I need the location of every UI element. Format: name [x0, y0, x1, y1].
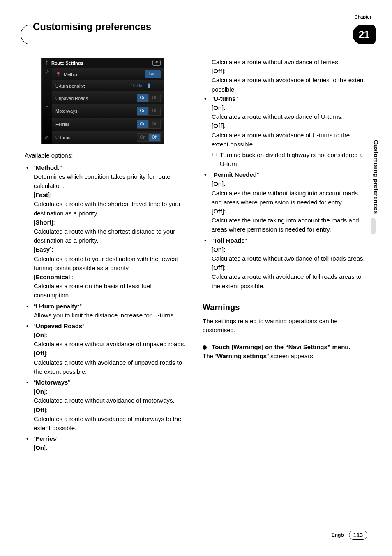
- signal-icon: [45, 60, 49, 66]
- page-title: Customising preferences: [29, 21, 155, 32]
- toggle-ferries[interactable]: On Off: [137, 120, 161, 129]
- opt-permit: “Permit Needed” [On]: Calculates the rou…: [212, 170, 367, 234]
- route-settings-screenshot: Route Settings ↶ − 📍Method: Fast U-turn: [41, 58, 164, 144]
- page-header: Customising preferences Chapter 21: [0, 0, 392, 49]
- opt-method: “Method:” Determines which condition tak…: [34, 163, 189, 300]
- chapter-number-badge: 21: [353, 25, 376, 44]
- screenshot-sidebar: −: [42, 68, 52, 144]
- opt-uturns: “U-turns” [On]: Calculates a route witho…: [212, 94, 367, 169]
- warnings-step: Touch [Warnings] on the “Navi Settings” …: [203, 343, 367, 352]
- row-unpaved[interactable]: Unpaved Roads On Off: [52, 92, 164, 105]
- opt-toll: “Toll Roads” [On]: Calculates a route wi…: [212, 236, 367, 291]
- toggle-motorways[interactable]: On Off: [137, 107, 161, 116]
- screenshot-rows: 📍Method: Fast U-turn penalty: 1000m Unpa…: [52, 68, 164, 144]
- right-options-list: “U-turns” [On]: Calculates a route witho…: [203, 94, 367, 291]
- warnings-intro: The settings related to warning operatio…: [203, 317, 367, 335]
- side-tab-label: Customising preferences: [373, 140, 380, 214]
- footer-page-number: 113: [349, 531, 367, 540]
- row-motorways[interactable]: Motorways On Off: [52, 105, 164, 118]
- chapter-label: Chapter: [354, 14, 371, 19]
- opt-uturn-penalty: “U-turn penalty:” Allows you to limit th…: [34, 302, 189, 320]
- warnings-heading: Warnings: [203, 301, 367, 314]
- wrench-icon[interactable]: [44, 70, 49, 76]
- toggle-unpaved[interactable]: On Off: [137, 94, 161, 102]
- opt-unpaved: “Unpaved Roads” [On]: Calculates a route…: [34, 322, 189, 376]
- satellite-icon[interactable]: [44, 135, 49, 142]
- side-tab-decor: [371, 218, 376, 234]
- row-ferries[interactable]: Ferries On Off: [52, 118, 164, 131]
- penalty-slider[interactable]: 1000m: [131, 83, 161, 89]
- row-uturn-penalty[interactable]: U-turn penalty: 1000m: [52, 81, 164, 92]
- step-bullet-icon: [203, 345, 207, 350]
- page-footer: Engb 113: [332, 531, 367, 540]
- back-icon[interactable]: ↶: [152, 60, 161, 66]
- warnings-result: The “Warning settings” screen appears.: [203, 352, 367, 361]
- right-column: Calculates a route without avoidance of …: [203, 58, 367, 454]
- ferries-on-continuation: Calculates a route without avoidance of …: [203, 58, 367, 67]
- available-options-label: Available options;: [25, 151, 189, 160]
- method-value-pill[interactable]: Fast: [145, 70, 161, 78]
- uturns-note: Turning back on divided highway is not c…: [220, 151, 367, 169]
- left-column: Route Settings ↶ − 📍Method: Fast U-turn: [25, 58, 189, 454]
- ferries-off-desc: Calculates a route with avoidance of fer…: [203, 76, 367, 94]
- opt-motorways: “Motorways” [On]: Calculates a route wit…: [34, 378, 189, 433]
- pin-icon: 📍: [55, 71, 61, 78]
- content-columns: Route Settings ↶ − 📍Method: Fast U-turn: [0, 49, 392, 454]
- footer-lang: Engb: [332, 532, 344, 538]
- row-method[interactable]: 📍Method: Fast: [52, 68, 164, 81]
- opt-ferries: “Ferries” [On]:: [34, 434, 189, 452]
- row-uturns[interactable]: U-turns On Off: [52, 131, 164, 144]
- minus-icon[interactable]: −: [45, 102, 48, 111]
- uturns-note-list: Turning back on divided highway is not c…: [212, 151, 367, 169]
- toggle-uturns[interactable]: On Off: [137, 133, 161, 142]
- screenshot-title: Route Settings: [51, 60, 83, 66]
- left-options-list: “Method:” Determines which condition tak…: [25, 163, 189, 453]
- screenshot-title-bar: Route Settings ↶: [42, 58, 164, 68]
